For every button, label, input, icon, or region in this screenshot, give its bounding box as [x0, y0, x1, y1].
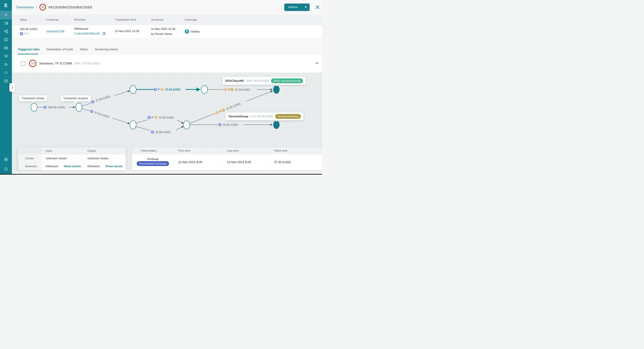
screened-time-cell: 11-Nov-2021 15:30: [151, 27, 175, 31]
sidebar-item-transfers[interactable]: [0, 156, 12, 164]
hop-1-node[interactable]: [130, 85, 136, 94]
decentralised-exchange-badge: Decentralised Exchange: [137, 161, 169, 166]
show-assets-output-link[interactable]: Show assets: [105, 165, 122, 168]
page-title-transaction-id: 64115cb364115cb364115cb3: [48, 5, 92, 9]
asset-cell: ETH: [20, 32, 29, 36]
chevron-right-icon: ›: [12, 85, 13, 90]
svg-text:37.50 (USD): 37.50 (USD): [235, 88, 250, 91]
divider: [182, 15, 182, 25]
sender-to-recipient-label: 150.00 (USD): [43, 105, 69, 110]
hop-2-node[interactable]: [130, 121, 136, 129]
show-assets-input-link[interactable]: Show assets: [64, 165, 81, 168]
value-cell: 150.00 (USD): [20, 28, 37, 31]
actions-split-button[interactable]: Actions: [284, 4, 310, 11]
divider: [174, 154, 174, 170]
col-header-input: Input: [42, 147, 81, 154]
copy-icon[interactable]: [102, 32, 106, 36]
entity-name: TerroristGroup: [228, 115, 248, 118]
network-name: Ethereum: [88, 165, 100, 168]
scrollbar-thumb[interactable]: [18, 154, 19, 161]
divider: [112, 15, 112, 25]
hop3-to-terrorist-label: 25.00 (USD): [218, 122, 244, 127]
close-button[interactable]: [315, 5, 320, 10]
transfer-circle-icon: [4, 157, 8, 163]
breadcrumb-transactions-link[interactable]: Transactions: [16, 5, 34, 9]
row-label: Networks: [18, 163, 42, 170]
svg-text:B: B: [155, 117, 156, 119]
sidebar-item-academy[interactable]: [0, 52, 12, 61]
hop4-to-ofac-label: BB37.50 (USD): [223, 87, 257, 92]
svg-text:B: B: [161, 89, 162, 91]
hop-3-node[interactable]: [184, 121, 190, 129]
sidebar-item-logout[interactable]: [0, 165, 12, 174]
tx-hash-cell: TxAb123467891234: [74, 32, 106, 36]
col-header-value: Value: [20, 18, 27, 22]
rule-title: Sanctions, TF & CSAM: [39, 62, 72, 65]
summary-table-row: 150.00 (USD) ETH customer1234 Withdrawal…: [12, 25, 322, 38]
map-icon: [4, 38, 8, 43]
col-header-value-sent: Value sent: [274, 149, 287, 152]
io-table-scrollbar[interactable]: [18, 154, 19, 170]
sidebar-item-transactions[interactable]: [0, 11, 12, 19]
col-header-last-sent: Last sent: [227, 149, 239, 152]
row-label: Cluster: [18, 155, 42, 162]
sidebar-item-cases[interactable]: [0, 44, 12, 52]
divider: [43, 15, 43, 25]
last-sent-cell: 11-Nov-2021 8:05: [227, 160, 251, 164]
sidebar-item-map[interactable]: [0, 36, 12, 44]
sidebar-expand-tab[interactable]: ›: [10, 83, 15, 92]
coverage-cell: Holistic: [185, 29, 200, 34]
close-icon: [315, 5, 320, 10]
svg-text:37.50 (USD): 37.50 (USD): [165, 88, 180, 91]
wallet-icon: [4, 21, 8, 26]
holistic-icon: [185, 29, 189, 34]
tab-triggered-rules[interactable]: Triggered rules: [18, 48, 40, 51]
hierarchy-icon: [4, 29, 8, 34]
transaction-time-cell: 11-Nov-2021 15:30: [115, 30, 139, 33]
tab-destination-of-funds[interactable]: Destination of funds: [46, 48, 73, 51]
tx-hash-link[interactable]: TxAb123467891234: [74, 32, 100, 35]
rule-alert-count-badge: 10: [29, 60, 36, 67]
sidebar-item-hierarchy[interactable]: [0, 28, 12, 36]
tab-screening-history[interactable]: Screening history: [95, 48, 118, 51]
direction-cell: Withdrawal: [74, 27, 88, 31]
tab-notes[interactable]: Notes: [80, 48, 88, 51]
tooltip-terrorist-entity: TerroristGroup 17% / 25.00 (USD) Terrori…: [226, 113, 304, 120]
col-header-intermediary: Intermediary: [141, 149, 157, 152]
first-sent-cell: 11-Nov-2021 8:05: [178, 160, 202, 164]
ticket-icon: [4, 46, 8, 51]
intermediary-table: Intermediary First sent Last sent Value …: [132, 147, 322, 170]
breadcrumb-separator: /: [36, 5, 37, 9]
actions-dropdown-toggle[interactable]: [302, 4, 310, 11]
table-row-networks: Networks Ethereum Show assets Ethereum S…: [18, 162, 126, 170]
customer-link[interactable]: customer1234: [46, 30, 64, 33]
collapse-rule-button[interactable]: [315, 62, 319, 65]
tooltip-ofac-entity: OFACSaysNO 33% / 50.00 (USD) OFAC Sancti…: [222, 77, 306, 85]
col-header-first-sent: First sent: [178, 149, 190, 152]
io-table-header: Input Output: [42, 147, 126, 154]
tab-bar: Triggered rules Destination of funds Not…: [12, 38, 322, 54]
divider: [0, 155, 12, 155]
customer-cell: customer1234: [46, 30, 64, 33]
tooltip-label: Transaction recipient: [63, 97, 88, 100]
sidebar-item-wallets[interactable]: [0, 19, 12, 28]
screen-bottom-edge: [0, 174, 322, 175]
coverage-label: Holistic: [191, 30, 200, 33]
sidebar-item-api[interactable]: [0, 69, 12, 77]
app-logo[interactable]: E: [0, 0, 12, 11]
alert-count-badge: 10: [40, 4, 46, 11]
rule-score: 50% / 75.00 (USD): [74, 62, 100, 65]
entity-score: 17% / 25.00 (USD): [250, 115, 273, 118]
table-row-cluster: Cluster Unknown cluster Unknown cluster: [18, 154, 126, 162]
value-sent-cell: 37.50 (USD): [274, 160, 291, 164]
ofac-sanctioned-badge: OFAC Sanctioned Entity: [271, 78, 303, 83]
recipient-to-hop1-label: 37.50 (USD): [90, 93, 114, 105]
recipient-to-hop2-label: 37.50 (USD): [89, 109, 113, 121]
actions-button-label[interactable]: Actions: [284, 4, 302, 11]
sidebar-item-customers[interactable]: [0, 61, 12, 69]
hop-4-node[interactable]: [201, 85, 208, 94]
code-icon: [4, 71, 8, 76]
input-output-table: Input Output Cluster Unknown cluster Unk…: [18, 147, 126, 170]
rule-checkbox[interactable]: [21, 61, 25, 66]
cluster-output-cell: Unknown cluster: [81, 155, 126, 162]
